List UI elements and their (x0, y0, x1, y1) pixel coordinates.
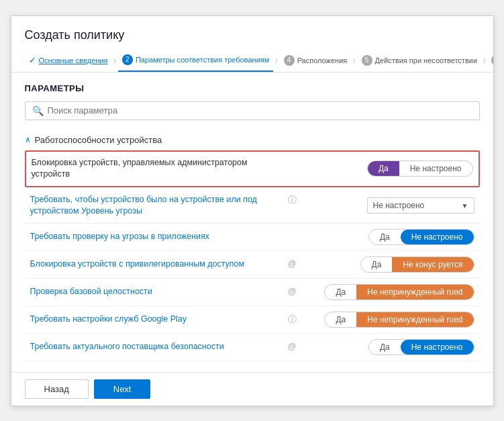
toggle-no-s4[interactable]: Не конус руется (392, 257, 473, 272)
setting-control-s7: Да Не настроено (340, 339, 474, 355)
step-separator-3: › (351, 54, 357, 66)
setting-label-s6: Требовать настройки служб Google Play (30, 314, 285, 326)
search-input[interactable] (48, 105, 472, 115)
settings-list: Блокировка устройств, управляемых админи… (25, 150, 480, 361)
chevron-up-icon: ∧ (25, 135, 31, 144)
setting-label-wrap-s5: Проверка базовой целостности @ (30, 286, 325, 298)
setting-control-s3: Да Не настроено (340, 229, 474, 245)
wizard-step-1[interactable]: ✓ Основные сведения (25, 50, 112, 71)
setting-label-s4: Блокировка устройств с привилегированным… (30, 259, 285, 271)
setting-label-s5: Проверка базовой целостности (30, 286, 285, 298)
setting-control-s6: Да Не непринужденный rued (324, 312, 474, 328)
info-icon-s6[interactable]: ⓘ (288, 314, 297, 326)
group-header[interactable]: ∧ Работоспособности устройства (25, 131, 480, 150)
toggle-yes-s4[interactable]: Да (361, 257, 393, 272)
dropdown-s2[interactable]: Не настроено ▼ (367, 197, 474, 214)
section-title: ПАРАМЕТРЫ (25, 83, 480, 93)
wizard-step-4[interactable]: 5 Действия при несоответствии (358, 50, 481, 71)
search-box[interactable]: 🔍 (25, 101, 480, 120)
setting-row-s4: Блокировка устройств с привилегированным… (25, 251, 480, 279)
toggle-yes-s5[interactable]: Да (325, 285, 356, 299)
toggle-yes-s3[interactable]: Да (369, 230, 401, 244)
setting-label-wrap-s2: Требовать, чтобы устройство было на устр… (30, 194, 340, 218)
create-policy-dialog: Создать политику ✓ Основные сведения › 2… (11, 15, 494, 406)
toggle-yes-s7[interactable]: Да (369, 340, 401, 355)
setting-control-s2: Не настроено ▼ (340, 197, 474, 214)
dialog-footer: Назад Next (11, 372, 493, 406)
setting-label-wrap-s7: Требовать актуального поставщика безопас… (30, 341, 340, 353)
toggle-group-s3: Да Не настроено (368, 229, 474, 245)
wizard-steps: ✓ Основные сведения › 2 Параметры соотве… (11, 49, 493, 73)
setting-label-wrap-s6: Требовать настройки служб Google Play ⓘ (30, 314, 325, 326)
info-icon-s7[interactable]: @ (288, 341, 297, 351)
step-separator-1: › (112, 54, 118, 66)
step-2-label: Параметры соответствия требованиям (136, 56, 269, 64)
step-separator-4: › (481, 54, 487, 66)
group-label: Работоспособности устройства (35, 135, 162, 145)
setting-row-s3: Требовать проверку на угрозы в приложени… (25, 224, 480, 251)
toggle-group-s5: Да Не непринужденный rued (324, 284, 474, 300)
info-icon-s5[interactable]: @ (288, 286, 297, 296)
setting-row-s2: Требовать, чтобы устройство было на устр… (25, 189, 480, 224)
toggle-group-s4: Да Не конус руется (360, 256, 474, 273)
toggle-no-s1[interactable]: Не настроено (399, 161, 472, 176)
search-icon: 🔍 (32, 105, 44, 116)
step-3-label: Расположения (297, 56, 348, 64)
toggle-no-s6[interactable]: Не непринужденный rued (356, 312, 473, 327)
check-icon: ✓ (29, 55, 36, 65)
setting-label-s2: Требовать, чтобы устройство было на устр… (30, 194, 285, 218)
wizard-step-5[interactable]: 6 Назначения (487, 50, 493, 71)
toggle-yes-s6[interactable]: Да (325, 312, 356, 327)
toggle-no-s3[interactable]: Не настроено (401, 230, 474, 244)
wizard-step-2[interactable]: 2 Параметры соответствия требованиям (118, 49, 273, 72)
next-button[interactable]: Next (94, 379, 151, 399)
setting-row-s5: Проверка базовой целостности @ Да Не неп… (25, 279, 480, 306)
step-3-num: 4 (284, 55, 295, 66)
step-4-label: Действия при несоответствии (375, 56, 477, 64)
toggle-no-s5[interactable]: Не непринужденный rued (356, 285, 473, 299)
setting-label-s1: Блокировка устройств, управляемых админи… (32, 157, 287, 181)
setting-control-s5: Да Не непринужденный rued (324, 284, 474, 300)
toggle-group-s6: Да Не непринужденный rued (324, 312, 474, 328)
toggle-group-s1: Да Не настроено (367, 160, 473, 177)
toggle-group-s7: Да Не настроено (368, 339, 474, 355)
main-content: ПАРАМЕТРЫ 🔍 ∧ Работоспособности устройст… (11, 73, 493, 372)
setting-label-s3: Требовать проверку на угрозы в приложени… (30, 231, 285, 243)
toggle-yes-s1[interactable]: Да (368, 161, 399, 176)
setting-label-s7: Требовать актуального поставщика безопас… (30, 341, 285, 353)
step-separator-2: › (273, 54, 279, 66)
back-button[interactable]: Назад (25, 379, 89, 399)
setting-label-wrap-s4: Блокировка устройств с привилегированным… (30, 259, 340, 271)
dropdown-value-s2: Не настроено (373, 201, 425, 210)
info-icon-s4[interactable]: @ (288, 259, 297, 269)
setting-label-wrap-s3: Требовать проверку на угрозы в приложени… (30, 231, 340, 243)
setting-row-s6: Требовать настройки служб Google Play ⓘ … (25, 306, 480, 334)
setting-row-s7: Требовать актуального поставщика безопас… (25, 334, 480, 361)
setting-label-wrap-s1: Блокировка устройств, управляемых админи… (32, 157, 339, 181)
step-4-num: 5 (362, 55, 372, 66)
step-5-num: 6 (491, 55, 493, 66)
wizard-step-3[interactable]: 4 Расположения (280, 50, 352, 71)
info-icon-s2[interactable]: ⓘ (288, 194, 297, 206)
toggle-no-s7[interactable]: Не настроено (401, 340, 474, 355)
setting-control-s4: Да Не конус руется (340, 256, 474, 273)
setting-row-s1: Блокировка устройств, управляемых админи… (25, 150, 480, 187)
setting-control-s1: Да Не настроено (339, 160, 473, 177)
dropdown-arrow-s2: ▼ (462, 202, 468, 209)
step-1-label: Основные сведения (39, 56, 108, 64)
step-2-num: 2 (122, 54, 133, 65)
dialog-title: Создать политику (11, 16, 493, 49)
